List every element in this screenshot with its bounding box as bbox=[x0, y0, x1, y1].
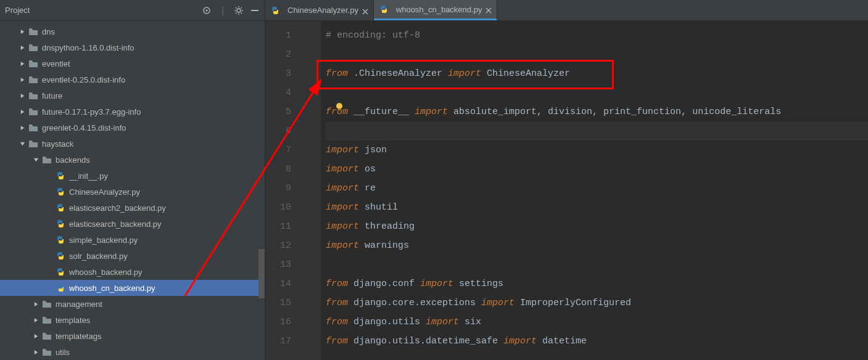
target-icon[interactable] bbox=[202, 6, 212, 15]
code-line[interactable]: from .ChineseAnalyzer import ChineseAnal… bbox=[326, 64, 868, 83]
tree-folder[interactable]: templatetags bbox=[0, 328, 265, 344]
svg-rect-13 bbox=[43, 301, 46, 302]
chevron-right-icon[interactable] bbox=[19, 76, 26, 83]
editor-tab[interactable]: ChineseAnalyzer.py bbox=[265, 0, 374, 20]
tree-label: dnspython-1.16.0.dist-info bbox=[42, 43, 134, 52]
tree-folder[interactable]: eventlet-0.25.0.dist-info bbox=[0, 72, 265, 88]
tree-label: utils bbox=[56, 348, 70, 357]
code-line[interactable]: import warnings bbox=[326, 236, 868, 255]
svg-rect-10 bbox=[29, 125, 32, 126]
tree-label: templatetags bbox=[56, 332, 101, 341]
tree-folder[interactable]: management bbox=[0, 296, 265, 312]
tree-file[interactable]: solr_backend.py bbox=[0, 248, 265, 264]
code-line[interactable] bbox=[326, 83, 868, 102]
tree-label: eventlet-0.25.0.dist-info bbox=[42, 75, 125, 84]
tree-file[interactable]: elasticsearch_backend.py bbox=[0, 216, 265, 232]
sidebar-header: Project | bbox=[0, 0, 265, 21]
tree-label: solr_backend.py bbox=[69, 252, 128, 261]
svg-rect-4 bbox=[29, 28, 32, 30]
chevron-right-icon[interactable] bbox=[19, 92, 26, 99]
gear-icon[interactable] bbox=[234, 6, 244, 15]
tree-folder[interactable]: greenlet-0.4.15.dist-info bbox=[0, 120, 265, 136]
code-line[interactable]: import os bbox=[326, 160, 868, 179]
tree-file[interactable]: whoosh_cn_backend.py bbox=[0, 280, 265, 296]
code-line[interactable]: from django.utils import six bbox=[326, 313, 868, 332]
code-line[interactable]: # encoding: utf-8 bbox=[326, 26, 868, 45]
line-number: 1 bbox=[265, 26, 302, 45]
chevron-down-icon[interactable] bbox=[19, 140, 26, 147]
folder-icon bbox=[28, 139, 38, 148]
close-icon[interactable] bbox=[362, 7, 368, 14]
bulb-icon[interactable] bbox=[334, 102, 344, 112]
line-number: 6 bbox=[265, 121, 302, 141]
close-icon[interactable] bbox=[486, 6, 492, 12]
folder-icon bbox=[28, 75, 38, 84]
svg-rect-11 bbox=[29, 141, 32, 142]
code-line[interactable]: import threading bbox=[326, 217, 868, 236]
project-tree[interactable]: dnsdnspython-1.16.0.dist-infoeventleteve… bbox=[0, 21, 265, 360]
tree-folder[interactable]: haystack bbox=[0, 136, 265, 152]
chevron-right-icon[interactable] bbox=[32, 300, 39, 308]
code-line[interactable] bbox=[326, 255, 868, 274]
chevron-right-icon[interactable] bbox=[32, 332, 39, 340]
tree-label: backends bbox=[56, 155, 90, 165]
tree-label: elasticsearch2_backend.py bbox=[69, 203, 166, 213]
chevron-right-icon[interactable] bbox=[19, 28, 26, 35]
python-file-icon bbox=[56, 171, 65, 181]
svg-rect-16 bbox=[43, 349, 46, 350]
collapse-icon[interactable] bbox=[250, 6, 260, 15]
code-line[interactable]: from django.core.exceptions import Impro… bbox=[326, 293, 868, 313]
tree-label: future-0.17.1-py3.7.egg-info bbox=[42, 107, 141, 117]
tree-folder[interactable]: dns bbox=[0, 23, 265, 39]
tree-folder[interactable]: backends bbox=[0, 152, 265, 168]
folder-icon bbox=[28, 59, 38, 68]
code-line[interactable]: from django.conf import settings bbox=[326, 274, 868, 293]
chevron-down-icon[interactable] bbox=[32, 156, 39, 163]
code-editor[interactable]: 1234567891011121314151617 # encoding: ut… bbox=[265, 21, 868, 360]
folder-icon bbox=[28, 27, 38, 36]
chevron-right-icon[interactable] bbox=[19, 124, 26, 131]
chevron-right-icon[interactable] bbox=[32, 316, 39, 324]
tree-folder[interactable]: dnspython-1.16.0.dist-info bbox=[0, 39, 265, 55]
code-line[interactable]: import re bbox=[326, 179, 868, 198]
folder-icon bbox=[42, 316, 52, 324]
tree-folder[interactable]: templates bbox=[0, 312, 265, 328]
line-number: 4 bbox=[265, 83, 302, 102]
chevron-right-icon[interactable] bbox=[19, 60, 26, 67]
tree-label: elasticsearch_backend.py bbox=[69, 219, 162, 229]
tree-file[interactable]: simple_backend.py bbox=[0, 232, 265, 248]
line-number: 11 bbox=[265, 217, 302, 236]
tree-file[interactable]: whoosh_backend.py bbox=[0, 264, 265, 280]
tree-file[interactable]: __init__.py bbox=[0, 168, 265, 184]
scrollbar-thumb[interactable] bbox=[258, 249, 265, 298]
code-line[interactable] bbox=[326, 121, 868, 141]
chevron-right-icon[interactable] bbox=[19, 44, 26, 51]
code-content[interactable]: # encoding: utf-8 from .ChineseAnalyzer … bbox=[321, 21, 868, 360]
sidebar-title: Project bbox=[5, 6, 30, 15]
folder-icon bbox=[42, 348, 52, 356]
tree-label: whoosh_backend.py bbox=[69, 268, 143, 277]
tree-folder[interactable]: future-0.17.1-py3.7.egg-info bbox=[0, 104, 265, 120]
tree-label: future bbox=[42, 91, 62, 100]
folder-icon bbox=[28, 43, 38, 52]
chevron-right-icon[interactable] bbox=[32, 348, 39, 356]
tree-folder[interactable]: utils bbox=[0, 344, 265, 360]
line-number: 3 bbox=[265, 64, 302, 83]
tree-file[interactable]: elasticsearch2_backend.py bbox=[0, 200, 265, 216]
line-number: 9 bbox=[265, 179, 302, 198]
tree-file[interactable]: ChineseAnalyzer.py bbox=[0, 184, 265, 200]
tree-folder[interactable]: future bbox=[0, 88, 265, 104]
tree-folder[interactable]: eventlet bbox=[0, 55, 265, 72]
code-line[interactable]: from django.utils.datetime_safe import d… bbox=[326, 332, 868, 351]
code-line[interactable]: import shutil bbox=[326, 198, 868, 217]
code-line[interactable]: from __future__ import absolute_import, … bbox=[326, 102, 868, 121]
code-line[interactable] bbox=[326, 45, 868, 64]
svg-rect-12 bbox=[43, 157, 46, 158]
line-number: 2 bbox=[265, 45, 302, 64]
svg-rect-14 bbox=[43, 317, 46, 318]
code-line[interactable]: import json bbox=[326, 141, 868, 160]
chevron-right-icon[interactable] bbox=[19, 108, 26, 115]
svg-point-1 bbox=[206, 9, 208, 11]
python-file-icon bbox=[379, 4, 389, 14]
editor-tab[interactable]: whoosh_cn_backend.py bbox=[374, 0, 498, 20]
